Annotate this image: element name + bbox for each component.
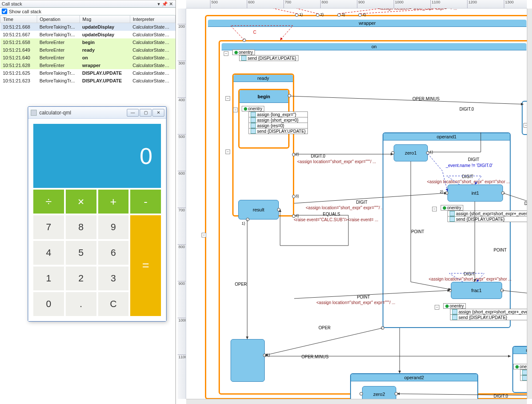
ruler-tick: 900 bbox=[357, 0, 365, 9]
col-operation[interactable]: Operation bbox=[37, 15, 80, 23]
table-row[interactable]: 10:51:21.625BeforeTakingTr...DISPLAY.UPD… bbox=[0, 69, 175, 77]
dot-icon bbox=[443, 206, 446, 210]
state-int1[interactable]: int1 bbox=[447, 184, 503, 202]
table-row[interactable]: 10:51:21.623BeforeTakingTr...DISPLAY.UPD… bbox=[0, 77, 175, 85]
diagram-canvas[interactable]: <assign location="short_expr" expr="''+ … bbox=[186, 9, 527, 399]
table-row[interactable]: 10:51:21.640BeforeEnteronCalculatorState… bbox=[0, 54, 175, 61]
col-interpreter[interactable]: Interpreter bbox=[130, 15, 175, 23]
digit-0-button[interactable]: 0 bbox=[33, 292, 64, 316]
port-marker bbox=[501, 191, 505, 195]
cell-msg: updateDisplay bbox=[80, 23, 130, 31]
begin-onentry-block: onentry assign {long_expr=''} assign {sh… bbox=[242, 106, 308, 134]
panel-close-icon[interactable]: ✕ bbox=[168, 1, 174, 7]
divide-button[interactable]: ÷ bbox=[33, 190, 64, 214]
port-marker bbox=[360, 392, 363, 395]
state-begin-title: begin bbox=[240, 90, 288, 103]
onentry-label: onentry bbox=[441, 205, 463, 211]
state-operand1-title: operand1 bbox=[383, 133, 510, 141]
digit-4-button[interactable]: 4 bbox=[33, 241, 64, 265]
transition-digit-frac1: DIGIT bbox=[464, 272, 475, 276]
calculator-titlebar[interactable]: calculator-qml — ▢ ✕ bbox=[28, 107, 166, 119]
collapse-button[interactable]: − bbox=[202, 233, 206, 237]
panel-dropdown-icon[interactable]: ▾ bbox=[156, 1, 162, 7]
transition-digit-zero1: DIGIT bbox=[468, 157, 479, 162]
cell-interpreter: CalculatorStateMachi bbox=[130, 38, 175, 46]
table-row[interactable]: 10:51:21.628BeforeEnterwrapperCalculator… bbox=[0, 61, 175, 69]
port-marker bbox=[381, 326, 384, 330]
decimal-button[interactable]: . bbox=[66, 292, 96, 316]
show-callstack-checkbox[interactable] bbox=[2, 9, 7, 14]
vertical-scrollbar[interactable] bbox=[527, 9, 532, 399]
add-button[interactable]: + bbox=[98, 190, 129, 214]
show-callstack-row[interactable]: Show call stack bbox=[0, 8, 175, 15]
ruler-tick: 1300 bbox=[504, 0, 514, 9]
cell-operation: BeforeEnter bbox=[37, 46, 80, 54]
close-button[interactable]: ✕ bbox=[152, 109, 164, 117]
digit-1-button[interactable]: 1 bbox=[33, 266, 64, 290]
state-zero2[interactable]: zero2 bbox=[362, 386, 396, 399]
digit-7-button[interactable]: 7 bbox=[33, 215, 64, 239]
collapse-button[interactable]: − bbox=[224, 51, 228, 56]
minimize-button[interactable]: — bbox=[127, 109, 139, 117]
dot-icon bbox=[234, 51, 238, 54]
subtract-button[interactable]: - bbox=[130, 190, 161, 214]
state-on-small[interactable] bbox=[522, 101, 527, 135]
table-row[interactable]: 10:51:21.649BeforeEnterreadyCalculatorSt… bbox=[0, 46, 175, 54]
horizontal-ruler[interactable]: 4005006007008009001000110012001300 bbox=[186, 0, 527, 9]
cell-msg: wrapper bbox=[80, 61, 130, 69]
transition-point-ready: POINT bbox=[357, 295, 370, 299]
action-line: send {DISPLAY.UPDATE} bbox=[447, 216, 527, 222]
collapse-button[interactable]: − bbox=[435, 305, 439, 310]
table-row[interactable]: 10:51:21.667BeforeTakingTr...updateDispl… bbox=[0, 31, 175, 38]
horizontal-scrollbar[interactable] bbox=[186, 399, 527, 404]
digit-2-button[interactable]: 2 bbox=[66, 266, 96, 290]
port-marker bbox=[288, 94, 291, 97]
digit-5-button[interactable]: 5 bbox=[66, 241, 96, 265]
table-row[interactable]: 10:51:21.668BeforeTakingTr...updateDispl… bbox=[0, 23, 175, 31]
transition-digit0: DIGIT.0 bbox=[311, 154, 325, 158]
state-zero1[interactable]: zero1 bbox=[394, 144, 428, 161]
calculator-title: calculator-qml bbox=[39, 110, 126, 116]
panel-titlebar[interactable]: Call stack ▾ 📌 ✕ bbox=[0, 0, 175, 8]
col-time[interactable]: Time bbox=[0, 15, 37, 23]
port-marker bbox=[292, 195, 295, 198]
cell-msg: on bbox=[80, 54, 130, 61]
cell-operation: BeforeTakingTr... bbox=[37, 77, 80, 85]
ruler-tick: 500 bbox=[210, 0, 218, 9]
panel-pin-icon[interactable]: 📌 bbox=[162, 1, 168, 7]
digit-8-button[interactable]: 8 bbox=[66, 215, 96, 239]
port-marker bbox=[391, 151, 395, 155]
cell-time: 10:51:21.668 bbox=[0, 23, 37, 31]
collapse-button[interactable]: − bbox=[523, 123, 527, 128]
collapse-button[interactable]: − bbox=[233, 108, 238, 112]
vertical-ruler[interactable]: 10020030040050060070080090010001100 bbox=[178, 9, 186, 399]
clear-button[interactable]: C bbox=[98, 292, 129, 316]
digit-3-button[interactable]: 3 bbox=[98, 266, 129, 290]
digit-6-button[interactable]: 6 bbox=[98, 241, 129, 265]
state-ready-title: ready bbox=[234, 75, 293, 82]
digit-9-button[interactable]: 9 bbox=[98, 215, 129, 239]
maximize-button[interactable]: ▢ bbox=[140, 109, 152, 117]
ruler-tick: 900 bbox=[178, 281, 186, 286]
state-frac1[interactable]: frac1 bbox=[451, 282, 502, 299]
ruler-tick: 1100 bbox=[178, 354, 186, 359]
collapse-button[interactable]: − bbox=[225, 96, 230, 101]
port-marker bbox=[358, 13, 362, 17]
state-result[interactable]: result bbox=[238, 200, 279, 220]
cell-time: 10:51:21.625 bbox=[0, 69, 37, 77]
calculator-window[interactable]: calculator-qml — ▢ ✕ 0 ÷ × + - 7 8 9 = 4… bbox=[28, 106, 167, 322]
equals-button[interactable]: = bbox=[130, 215, 161, 316]
ruler-tick: 500 bbox=[178, 134, 186, 139]
cell-operation: BeforeTakingTr... bbox=[37, 69, 80, 77]
transition-digit-int1: DIGIT bbox=[462, 174, 474, 179]
table-row[interactable]: 10:51:21.658BeforeEnterbeginCalculatorSt… bbox=[0, 38, 175, 46]
cell-operation: BeforeTakingTr... bbox=[37, 23, 80, 31]
callstack-table: Time Operation Msg Interpreter 10:51:21.… bbox=[0, 15, 175, 85]
state-unknown-left[interactable] bbox=[231, 339, 265, 382]
multiply-button[interactable]: × bbox=[66, 190, 96, 214]
col-msg[interactable]: Msg bbox=[80, 15, 130, 23]
cell-interpreter: CalculatorStateMachi bbox=[130, 46, 175, 54]
collapse-button[interactable]: − bbox=[432, 207, 437, 211]
collapse-button[interactable]: − bbox=[225, 149, 230, 154]
top-assign-meta: <assign location="short_expr" expr="''+ … bbox=[378, 9, 457, 11]
